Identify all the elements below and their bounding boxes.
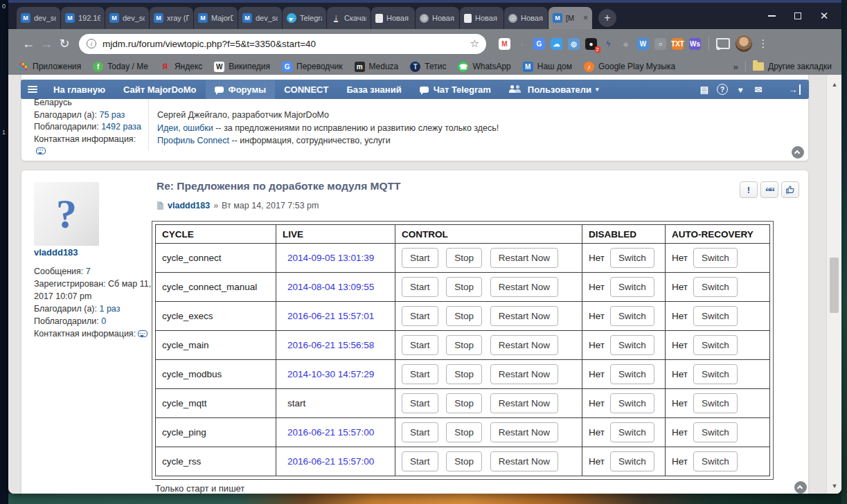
contact-bubble-icon[interactable] [138, 330, 148, 337]
address-bar[interactable]: i mjdm.ru/forum/viewtopic.php?f=5&t=3350… [79, 34, 486, 54]
contact-bubble-icon[interactable] [36, 147, 46, 154]
browser-tab[interactable]: dev_sc [105, 7, 149, 29]
stop-button[interactable]: Stop [446, 393, 482, 413]
back-button[interactable]: ← [19, 37, 37, 51]
other-bookmarks-button[interactable]: Другие закладки [768, 62, 832, 71]
username-link[interactable]: vladdd183 [34, 247, 78, 258]
cloud-extension-icon[interactable]: ☁ [548, 35, 565, 53]
auto-recovery-switch-button[interactable]: Switch [693, 277, 738, 297]
lightning-extension-icon[interactable]: ϟ [600, 35, 617, 53]
forum-nav-item[interactable]: Форумы [206, 80, 276, 99]
stop-button[interactable]: Stop [446, 306, 482, 326]
downloads-extension-icon[interactable]: ↓ [513, 35, 531, 53]
stop-button[interactable]: Stop [446, 422, 482, 442]
restart-now-button[interactable]: Restart Now [490, 364, 558, 384]
stat-link[interactable]: 7 [86, 267, 91, 276]
browser-tab[interactable]: dev_so [17, 7, 60, 29]
browser-tab[interactable]: Новая вкл [371, 7, 415, 29]
restart-now-button[interactable]: Restart Now [490, 248, 558, 268]
minimize-button[interactable] [758, 7, 785, 25]
bookmark-meduza[interactable]: m Meduza [355, 62, 399, 72]
browser-tab[interactable]: 192.16 [61, 7, 105, 29]
stop-button[interactable]: Stop [446, 451, 482, 471]
start-button[interactable]: Start [402, 248, 438, 268]
stat-link[interactable]: 1492 раза [101, 122, 141, 132]
browser-tab[interactable]: Скачан [327, 7, 371, 29]
browser-tab[interactable]: Новая [416, 7, 459, 29]
auto-recovery-switch-button[interactable]: Switch [693, 451, 738, 471]
txt-extension-icon[interactable]: TXT [669, 35, 686, 53]
browser-tab[interactable]: dev_sc [238, 7, 282, 29]
scrollbar-down-arrow[interactable]: ▼ [827, 483, 841, 489]
bookmarks-overflow-chevron[interactable]: » [733, 62, 738, 72]
signature-link[interactable]: Профиль Connect [157, 136, 229, 145]
stop-button[interactable]: Stop [446, 277, 482, 297]
bookmark-yandex[interactable]: Я Яндекс [160, 62, 202, 72]
start-button[interactable]: Start [402, 364, 438, 384]
page-icon[interactable] [695, 82, 713, 97]
donate-icon[interactable] [731, 82, 749, 97]
maximize-button[interactable] [785, 7, 811, 25]
user-avatar[interactable]: ? [34, 182, 99, 246]
signature-link[interactable]: Идеи, ошибки [157, 123, 213, 133]
disabled-switch-button[interactable]: Switch [610, 451, 654, 471]
camera-extension-icon[interactable]: ◎ [565, 35, 582, 53]
new-tab-button[interactable]: + [598, 9, 616, 27]
start-button[interactable]: Start [402, 277, 438, 297]
profile-avatar[interactable] [735, 35, 752, 52]
scroll-to-top-button[interactable] [792, 146, 804, 159]
scroll-to-top-button[interactable] [794, 481, 807, 494]
forum-nav-item[interactable]: Чат Telegram [411, 80, 500, 99]
live-timestamp[interactable]: 2016-06-21 15:57:01 [283, 311, 374, 321]
start-button[interactable]: Start [402, 335, 438, 355]
browser-tab[interactable]: Новая [504, 7, 548, 29]
site-info-icon[interactable]: i [87, 39, 96, 48]
scrollbar-up-arrow[interactable]: ▲ [827, 81, 841, 88]
auto-recovery-switch-button[interactable]: Switch [693, 335, 738, 355]
ws-extension-icon[interactable]: Ws [686, 35, 704, 53]
forward-button[interactable]: → [37, 37, 55, 51]
hamburger-menu-icon[interactable] [21, 80, 44, 99]
bookmark-google-play-music[interactable]: ♪ Google Play Музыка [584, 62, 675, 72]
live-timestamp[interactable]: 2016-06-21 15:56:58 [283, 340, 374, 350]
help-icon[interactable] [713, 82, 731, 97]
auto-recovery-switch-button[interactable]: Switch [693, 422, 738, 442]
messages-icon[interactable] [749, 82, 767, 97]
scrollbar-thumb[interactable] [830, 258, 839, 313]
like-button[interactable] [781, 181, 799, 198]
disabled-switch-button[interactable]: Switch [610, 364, 654, 384]
post-title[interactable]: Re: Предложения по доработке модуля MQTT [157, 180, 400, 192]
tab-close-icon[interactable]: × [583, 13, 588, 23]
page-scrollbar[interactable]: ▲ ▼ [826, 75, 841, 494]
translate-extension-icon[interactable]: G [531, 35, 548, 53]
gmail-extension-icon[interactable]: M [496, 35, 513, 53]
auto-recovery-switch-button[interactable]: Switch [693, 248, 738, 268]
browser-tab[interactable]: [M × [549, 7, 592, 29]
disabled-switch-button[interactable]: Switch [610, 422, 654, 442]
stat-link[interactable]: 75 раз [99, 110, 125, 120]
report-button[interactable]: ! [740, 181, 758, 198]
browser-menu-icon[interactable]: ⋮ [756, 37, 770, 50]
forum-nav-item[interactable]: База знаний [337, 80, 410, 99]
live-timestamp[interactable]: 2016-06-21 15:57:00 [283, 456, 374, 467]
restart-now-button[interactable]: Restart Now [490, 277, 558, 297]
start-button[interactable]: Start [402, 451, 438, 471]
browser-tab[interactable]: Новая вкл [460, 7, 503, 29]
auto-recovery-switch-button[interactable]: Switch [693, 393, 738, 413]
restart-now-button[interactable]: Restart Now [490, 393, 558, 413]
live-timestamp[interactable]: start [283, 398, 305, 408]
gear-extension-icon[interactable]: W [634, 35, 652, 53]
bookmark-whatsapp[interactable]: ☎ WhatsApp [458, 62, 510, 72]
start-button[interactable]: Start [402, 393, 438, 413]
live-timestamp[interactable]: 2014-08-04 13:09:55 [283, 282, 374, 292]
forum-nav-item[interactable]: На главную [44, 80, 114, 99]
forum-nav-item[interactable]: Сайт MajorDoMo [114, 80, 206, 99]
stop-button[interactable]: Stop [446, 364, 482, 384]
cast-icon[interactable] [714, 36, 731, 51]
bookmark-nash-dom[interactable]: M Наш дом [523, 62, 572, 72]
restart-now-button[interactable]: Restart Now [490, 335, 558, 355]
post-author-link[interactable]: vladdd183 [168, 201, 210, 210]
live-timestamp[interactable]: 2016-06-21 15:57:00 [283, 427, 374, 438]
forum-nav-item[interactable]: CONNECT [275, 80, 337, 99]
logout-icon[interactable] [785, 82, 803, 97]
